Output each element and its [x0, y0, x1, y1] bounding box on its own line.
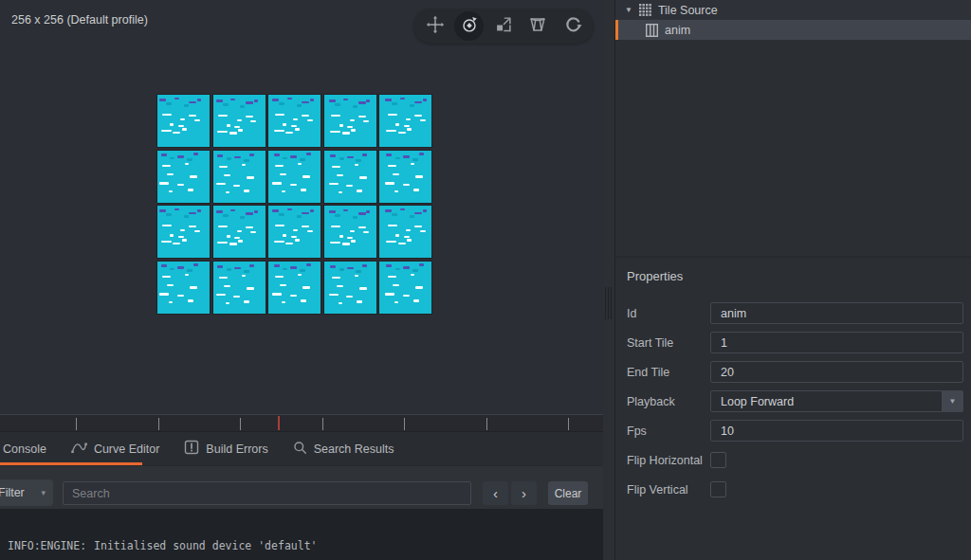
property-label: Fps	[627, 425, 710, 438]
vertical-splitter[interactable]	[603, 0, 614, 560]
animation-tile[interactable]	[157, 206, 210, 258]
animation-filmstrip-icon	[646, 24, 658, 37]
properties-title: Properties	[627, 269, 971, 283]
property-label: Playback	[627, 395, 710, 408]
animation-tile[interactable]	[379, 95, 431, 147]
console-search-input[interactable]	[63, 481, 471, 505]
fps-field[interactable]	[710, 420, 963, 442]
property-row-end-tile: End Tile	[615, 357, 971, 387]
bottom-panel: Console Curve Editor	[0, 432, 603, 560]
id-field[interactable]	[710, 302, 963, 324]
animation-tile[interactable]	[379, 262, 431, 314]
chevron-left-icon: ‹	[493, 485, 498, 501]
outline-item-anim[interactable]: anim	[615, 20, 971, 40]
property-row-fps: Fps	[615, 416, 971, 445]
playback-select[interactable]: Loop Forward ▼	[710, 390, 963, 412]
scale-tool-button[interactable]	[489, 11, 519, 41]
property-row-flip-horizontal: Flip Horizontal	[615, 445, 971, 475]
curve-icon	[71, 441, 87, 457]
animation-tile[interactable]	[157, 95, 210, 147]
search-icon	[293, 441, 307, 458]
right-panel: ▼ Tile Source anim	[614, 0, 971, 560]
chevron-right-icon: ›	[522, 485, 526, 501]
clear-console-button[interactable]: Clear	[548, 481, 588, 505]
console-output: INFO:ENGINE:Initialised sound device 'de…	[0, 509, 603, 560]
filter-dropdown[interactable]: Filter ▾	[0, 479, 53, 506]
rotate-icon	[459, 14, 480, 38]
animation-tile[interactable]	[324, 262, 376, 314]
animation-tile[interactable]	[213, 95, 266, 147]
animation-tile[interactable]	[268, 151, 321, 203]
property-row-start-tile: Start Tile	[615, 328, 971, 357]
playback-selected-value: Loop Forward	[721, 395, 794, 408]
animation-tile[interactable]	[213, 206, 266, 258]
perspective-frustum-icon	[527, 14, 548, 38]
scene-canvas[interactable]: 256 x 256 (Default profile)	[0, 0, 603, 414]
property-label: End Tile	[627, 366, 710, 379]
vertical-splitter-handle[interactable]	[605, 287, 613, 319]
tab-search-results-label: Search Results	[314, 443, 394, 456]
flip-horizontal-checkbox[interactable]	[710, 452, 726, 468]
timeline-ruler[interactable]	[0, 414, 603, 432]
reload-tool-button[interactable]	[558, 11, 587, 41]
find-previous-button[interactable]: ‹	[483, 481, 508, 505]
ruler-tick	[158, 418, 159, 430]
outline-item-tile-source[interactable]: ▼ Tile Source	[615, 0, 971, 20]
ruler-tick	[568, 418, 569, 430]
tab-build-errors-label: Build Errors	[206, 443, 267, 456]
animation-tile[interactable]	[324, 151, 376, 203]
tab-build-errors[interactable]: Build Errors	[172, 432, 280, 465]
outline-item-label: anim	[665, 24, 690, 37]
animation-tile[interactable]	[268, 95, 321, 147]
animation-tile[interactable]	[213, 151, 266, 203]
property-label: Start Tile	[627, 336, 710, 350]
console-log: INFO:ENGINE:Initialised sound device 'de…	[0, 509, 603, 560]
tab-console-label: Console	[3, 443, 46, 456]
property-label: Flip Vertical	[627, 483, 710, 497]
move-icon	[425, 14, 446, 38]
animation-tile[interactable]	[379, 151, 431, 203]
rotate-tool-button[interactable]	[454, 11, 484, 41]
animation-tile[interactable]	[157, 262, 210, 314]
tab-curve-editor[interactable]: Curve Editor	[59, 432, 172, 465]
property-row-playback: Playback Loop Forward ▼	[615, 387, 971, 416]
property-row-flip-vertical: Flip Vertical	[615, 475, 971, 504]
reload-icon	[562, 14, 583, 38]
ruler-tick	[486, 418, 487, 430]
chevron-down-icon: ▼	[942, 390, 963, 412]
chevron-down-icon: ▾	[41, 488, 46, 497]
expand-triangle-icon: ▼	[625, 6, 632, 14]
flip-vertical-checkbox[interactable]	[710, 481, 726, 497]
ruler-tick	[404, 418, 405, 430]
animation-tile[interactable]	[213, 262, 266, 314]
console-filter-bar: Filter ▾ ‹ › Clear	[0, 466, 603, 509]
end-tile-field[interactable]	[710, 361, 963, 383]
tab-search-results[interactable]: Search Results	[281, 432, 407, 465]
tab-curve-editor-label: Curve Editor	[94, 443, 159, 456]
property-row-id: Id	[615, 298, 971, 328]
ruler-tick	[240, 418, 241, 430]
outline-root-label: Tile Source	[658, 4, 718, 17]
ruler-tick	[76, 418, 77, 430]
console-line: INFO:ENGINE:Initialised sound device 'de…	[8, 538, 603, 555]
start-tile-field[interactable]	[710, 332, 963, 353]
animation-tile[interactable]	[268, 206, 321, 258]
ruler-tick	[322, 418, 323, 430]
build-errors-icon	[184, 440, 199, 458]
filter-dropdown-label: Filter	[0, 486, 25, 499]
animation-tile[interactable]	[324, 95, 376, 147]
animation-tile[interactable]	[324, 206, 376, 258]
perspective-tool-button[interactable]	[523, 11, 553, 41]
animation-tile[interactable]	[157, 151, 210, 203]
move-tool-button[interactable]	[420, 11, 449, 41]
scene-toolbar	[413, 9, 594, 44]
ruler-playhead[interactable]	[278, 416, 280, 430]
defold-editor-window: 256 x 256 (Default profile)	[0, 0, 971, 560]
animation-tile[interactable]	[379, 206, 431, 258]
scale-icon	[493, 14, 514, 38]
tile-source-grid-icon	[639, 4, 651, 16]
find-next-button[interactable]: ›	[511, 481, 537, 505]
tab-console[interactable]: Console	[0, 432, 59, 465]
tile-grid[interactable]	[157, 95, 431, 314]
animation-tile[interactable]	[268, 262, 321, 314]
